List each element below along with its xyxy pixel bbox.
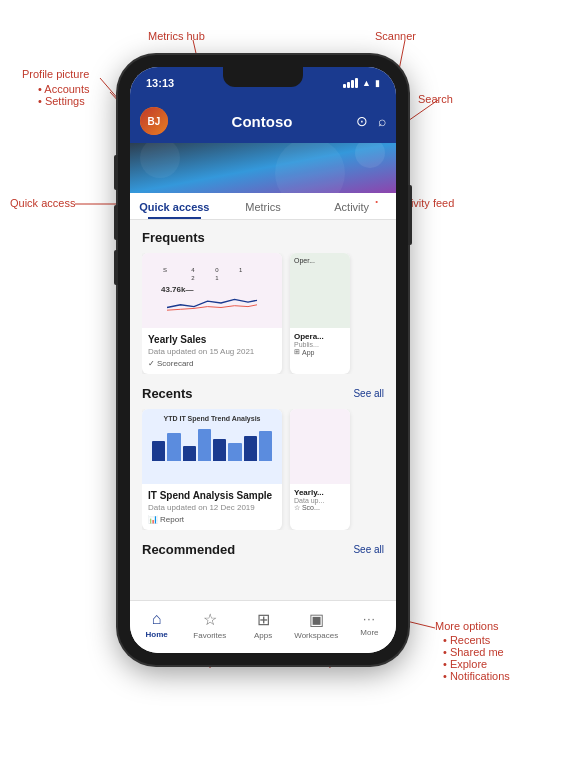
avatar-initials: BJ [148,116,161,127]
scanner-icon[interactable]: ⊙ [356,113,368,129]
notifications-bullet: • Notifications [443,670,510,682]
profile-avatar[interactable]: BJ [140,107,168,135]
opera-card[interactable]: Oper... Opera... Publis... ⊞ App [290,253,350,374]
yearly-sales-thumb-inner: S401 21 43.76k— [142,253,282,328]
status-bar: 13:13 ▲ ▮ [130,67,396,99]
nav-home[interactable]: ⌂ Home [130,610,183,639]
nav-more[interactable]: ··· More [343,612,396,637]
bar-6 [228,443,241,461]
recommended-header: Recommended See all [142,542,384,557]
yearly-recent-card[interactable]: Yearly... Data up... ☆ Sco... [290,409,350,530]
bar3 [351,80,354,88]
yearly-sales-body: Yearly Sales Data updated on 15 Aug 2021… [142,328,282,374]
bar-5 [213,439,226,461]
scanner-label: Scanner [375,30,416,42]
recents-cards: YTD IT Spend Trend Analysis [142,409,384,530]
profile-picture-label: Profile picture [22,68,89,80]
battery-icon: ▮ [375,78,380,88]
more-options-group: More options • Recents • Shared me • Exp… [435,620,510,682]
accounts-settings-labels: • Accounts • Settings [30,83,90,107]
explore-bullet: • Explore [443,658,510,670]
tab-quick-access[interactable]: Quick access [130,193,219,219]
recommended-title: Recommended [142,542,235,557]
wifi-icon: ▲ [362,78,371,88]
yearly-sales-chart: S401 21 43.76k— [157,261,267,320]
frequents-cards: S401 21 43.76k— [142,253,384,374]
signal-bars [343,78,358,88]
accounts-bullet: • Accounts [38,83,90,95]
settings-bullet: • Settings [38,95,90,107]
home-icon: ⌂ [152,610,162,628]
scorecard-icon: ✓ [148,359,155,368]
home-nav-label: Home [145,630,167,639]
yearly-recent-date: Data up... [294,497,346,504]
yearly-recent-type: ☆ Sco... [294,504,346,512]
favorites-nav-label: Favorites [193,631,226,640]
recommended-see-all[interactable]: See all [353,544,384,555]
more-nav-label: More [360,628,378,637]
shared-me-bullet: • Shared me [443,646,510,658]
apps-nav-label: Apps [254,631,272,640]
quick-access-label: Quick access [10,197,75,209]
it-spend-title: IT Spend Analysis Sample [148,490,276,501]
bar2 [347,82,350,88]
yearly-sales-thumbnail: S401 21 43.76k— [142,253,282,328]
search-icon[interactable]: ⌕ [378,113,386,129]
phone-device: 13:13 ▲ ▮ BJ Contoso ⊙ [118,55,408,665]
recents-title: Recents [142,386,193,401]
nav-apps[interactable]: ⊞ Apps [236,610,289,640]
tab-bar: Quick access Metrics Activity [130,193,396,220]
more-options-label: More options [435,620,499,632]
it-spend-bar-chart [148,426,276,461]
recents-bullet: • Recents [443,634,510,646]
recents-header: Recents See all [142,386,384,401]
bar-8 [259,431,272,461]
yearly-recent-body: Yearly... Data up... ☆ Sco... [290,484,350,516]
yearly-recent-title: Yearly... [294,488,346,497]
frequents-header: Frequents [142,230,384,245]
nav-workspaces[interactable]: ▣ Workspaces [290,610,343,640]
tab-metrics[interactable]: Metrics [219,193,308,219]
it-spend-thumbnail: YTD IT Spend Trend Analysis [142,409,282,484]
app-title: Contoso [232,113,293,130]
frequents-title: Frequents [142,230,205,245]
report-icon: 📊 [148,515,158,524]
status-time: 13:13 [146,77,174,89]
yearly-recent-thumb [290,409,350,484]
it-spend-body: IT Spend Analysis Sample Data updated on… [142,484,282,530]
yearly-sales-date: Data updated on 15 Aug 2021 [148,347,276,356]
opera-title: Opera... [294,332,346,341]
home-indicator [130,648,396,653]
nav-favorites[interactable]: ☆ Favorites [183,610,236,640]
opera-date: Publis... [294,341,346,348]
mini-stats-table: S401 21 [161,265,263,283]
banner-graphic [130,143,396,193]
tab-activity[interactable]: Activity [307,193,396,219]
bottom-nav: ⌂ Home ☆ Favorites ⊞ Apps ▣ Workspaces ·… [130,600,396,648]
it-spend-date: Data updated on 12 Dec 2019 [148,503,276,512]
yearly-sales-type: ✓ Scorecard [148,359,276,368]
it-spend-thumb-content: YTD IT Spend Trend Analysis [142,409,282,467]
metrics-hub-label: Metrics hub [148,30,205,42]
workspaces-nav-label: Workspaces [294,631,338,640]
bar-1 [152,441,165,461]
it-spend-type: 📊 Report [148,515,276,524]
it-spend-card[interactable]: YTD IT Spend Trend Analysis [142,409,282,530]
bar-2 [167,433,180,461]
header-icons: ⊙ ⌕ [356,113,386,129]
bar-7 [244,436,257,461]
opera-body: Opera... Publis... ⊞ App [290,328,350,360]
apps-icon: ⊞ [257,610,270,629]
bar-3 [183,446,196,461]
yearly-sales-title: Yearly Sales [148,334,276,345]
recents-see-all[interactable]: See all [353,388,384,399]
opera-thumbnail: Oper... [290,253,350,328]
notch [223,67,303,87]
workspaces-icon: ▣ [309,610,324,629]
opera-thumb-text: Oper... [290,253,350,268]
header-banner [130,143,396,193]
yearly-sales-card[interactable]: S401 21 43.76k— [142,253,282,374]
opera-type: ⊞ App [294,348,346,356]
svg-point-14 [275,143,345,193]
more-icon: ··· [363,612,376,626]
